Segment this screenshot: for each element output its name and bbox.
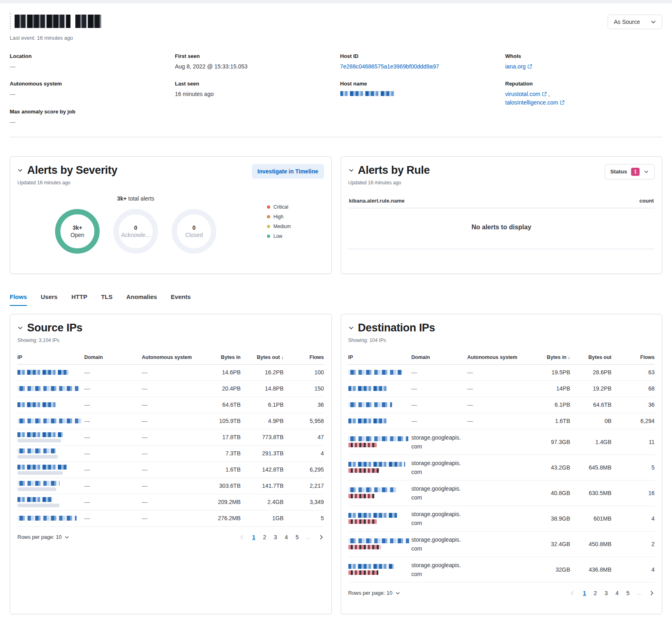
redacted-ip[interactable] bbox=[17, 386, 79, 391]
next-page-icon[interactable] bbox=[318, 534, 324, 540]
redacted-ip[interactable] bbox=[17, 370, 68, 375]
redacted-ip[interactable] bbox=[17, 497, 52, 502]
redacted-ip[interactable] bbox=[348, 402, 392, 407]
page-number[interactable]: 5 bbox=[296, 534, 299, 540]
collapse-chevron-icon[interactable] bbox=[348, 325, 354, 331]
rule-table-header: kibana.alert.rule.name count bbox=[348, 198, 655, 208]
page-number[interactable]: 2 bbox=[263, 534, 266, 540]
investigate-in-timeline-button[interactable]: Investigate in Timeline bbox=[252, 164, 324, 179]
page-number[interactable]: 4 bbox=[285, 534, 288, 540]
field-last-seen: Last seen 16 minutes ago bbox=[175, 81, 332, 98]
updated-text: Updated 16 minutes ago bbox=[348, 180, 430, 186]
table-header: IP Domain Autonomous system Bytes in↓ By… bbox=[348, 354, 655, 365]
redacted-text bbox=[17, 504, 60, 507]
redacted-ip[interactable] bbox=[348, 386, 387, 391]
tab-flows[interactable]: Flows bbox=[10, 293, 27, 306]
rows-per-page-selector[interactable]: Rows per page: 10 bbox=[17, 534, 69, 540]
collapse-chevron-icon[interactable] bbox=[348, 167, 354, 173]
redacted-ip[interactable] bbox=[17, 516, 77, 521]
status-filter-button[interactable]: Status 1 bbox=[605, 164, 655, 179]
panel-title-text: Alerts by Severity bbox=[27, 164, 117, 177]
redacted-ip[interactable] bbox=[17, 418, 81, 423]
redacted-ip[interactable] bbox=[17, 432, 63, 437]
legend-dot-high bbox=[267, 215, 270, 218]
collapse-chevron-icon[interactable] bbox=[17, 325, 23, 331]
collapse-chevron-icon[interactable] bbox=[17, 167, 23, 173]
redacted-ip[interactable] bbox=[17, 448, 55, 453]
page-number[interactable]: 1 bbox=[583, 590, 586, 596]
table-row: — — 303.6TB 141.7TB 2,217 bbox=[17, 478, 324, 494]
pagination: Rows per page: 10 1 2 3 4 5 ... bbox=[348, 590, 655, 596]
last-event-text: Last event: 16 minutes ago bbox=[10, 35, 101, 41]
table-row: — — 64.6TB 6.1PB 36 bbox=[17, 397, 324, 413]
redacted-text bbox=[17, 471, 63, 475]
page-number[interactable]: 4 bbox=[615, 590, 619, 596]
external-link-icon bbox=[542, 92, 547, 96]
as-source-select[interactable]: As Source bbox=[608, 15, 662, 29]
host-ip-title-redacted bbox=[10, 13, 101, 29]
table-header: IP Domain Autonomous system Bytes in Byt… bbox=[17, 354, 324, 365]
table-row: — — 209.2MB 2.4GB 3,349 bbox=[17, 494, 324, 510]
next-page-icon[interactable] bbox=[649, 590, 655, 596]
previous-page-icon[interactable] bbox=[239, 534, 245, 540]
redacted-title-segment bbox=[75, 15, 101, 28]
tab-users[interactable]: Users bbox=[41, 293, 58, 306]
alerts-by-severity-panel: Alerts by Severity Updated 16 minutes ag… bbox=[10, 156, 332, 274]
whois-link[interactable]: iana.org bbox=[505, 63, 526, 70]
tab-events[interactable]: Events bbox=[171, 293, 191, 306]
redacted-ip[interactable] bbox=[348, 462, 405, 467]
pagination-ellipsis: ... bbox=[637, 590, 641, 596]
field-host-name: Host name bbox=[340, 81, 497, 98]
redacted-text bbox=[17, 455, 58, 459]
panel-title-text: Alerts by Rule bbox=[358, 164, 430, 177]
redacted-ip[interactable] bbox=[348, 418, 386, 423]
talos-link[interactable]: talosIntelligence.com bbox=[505, 99, 558, 106]
field-reputation: Reputation virustotal.com , talosIntelli… bbox=[505, 81, 662, 107]
tab-tls[interactable]: TLS bbox=[101, 293, 112, 306]
redacted-ip[interactable] bbox=[348, 436, 408, 441]
external-link-icon bbox=[560, 100, 565, 105]
redacted-ip[interactable] bbox=[348, 513, 397, 518]
tab-http[interactable]: HTTP bbox=[71, 293, 87, 306]
page-number[interactable]: 5 bbox=[626, 590, 629, 596]
page-number[interactable]: 3 bbox=[274, 534, 277, 540]
source-ips-panel: Source IPs Showing: 3,104 IPs IP Domain … bbox=[10, 314, 332, 614]
redacted-ip[interactable] bbox=[348, 538, 409, 543]
redacted-ip[interactable] bbox=[17, 465, 67, 470]
donut-closed[interactable]: 0 Closed bbox=[172, 209, 216, 254]
redacted-ip[interactable] bbox=[348, 370, 402, 375]
redacted-ip[interactable] bbox=[17, 402, 56, 407]
page-number[interactable]: 1 bbox=[252, 534, 256, 540]
redacted-ip[interactable] bbox=[17, 481, 60, 486]
redacted-text bbox=[17, 487, 56, 491]
status-count-badge: 1 bbox=[631, 168, 640, 176]
redacted-text bbox=[348, 443, 377, 447]
page-number[interactable]: 2 bbox=[594, 590, 597, 596]
chevron-down-icon bbox=[651, 19, 656, 25]
host-id-link[interactable]: 7e288c04686575a1e3969bf00ddd9a97 bbox=[340, 63, 439, 70]
pagination: Rows per page: 10 1 2 3 4 5 ... bbox=[17, 534, 324, 540]
table-row: — — 1.6TB 0B 6,294 bbox=[348, 413, 655, 429]
table-row: — — 105.9TB 4.9PB 5,958 bbox=[17, 413, 324, 429]
donut-open[interactable]: 3k+ Open bbox=[55, 209, 100, 254]
rule-name-column: kibana.alert.rule.name bbox=[349, 198, 405, 204]
count-column: count bbox=[640, 198, 654, 204]
previous-page-icon[interactable] bbox=[570, 590, 575, 596]
redacted-text bbox=[348, 468, 379, 473]
page-number[interactable]: 3 bbox=[605, 590, 608, 596]
redacted-text bbox=[17, 439, 61, 442]
redacted-host-name[interactable] bbox=[340, 91, 395, 96]
table-row: — — 6.1PB 64.6TB 36 bbox=[348, 397, 655, 413]
redacted-ip[interactable] bbox=[348, 487, 396, 492]
table-row: — — 7.3TB 291.3TB 4 bbox=[17, 446, 324, 462]
total-alerts-text: 3k+ total alerts bbox=[23, 195, 248, 202]
redacted-ip[interactable] bbox=[348, 564, 394, 569]
window-top-edge bbox=[0, 0, 672, 3]
donut-acknowledged[interactable]: 0 Acknowle... bbox=[113, 209, 158, 254]
tab-anomalies[interactable]: Anomalies bbox=[126, 293, 157, 306]
virustotal-link[interactable]: virustotal.com bbox=[505, 91, 540, 97]
rows-per-page-selector[interactable]: Rows per page: 10 bbox=[348, 590, 400, 596]
field-max-anomaly-score: Max anomaly score by job — bbox=[10, 109, 167, 126]
redacted-title-segment bbox=[15, 15, 70, 28]
redacted-text bbox=[348, 519, 377, 524]
